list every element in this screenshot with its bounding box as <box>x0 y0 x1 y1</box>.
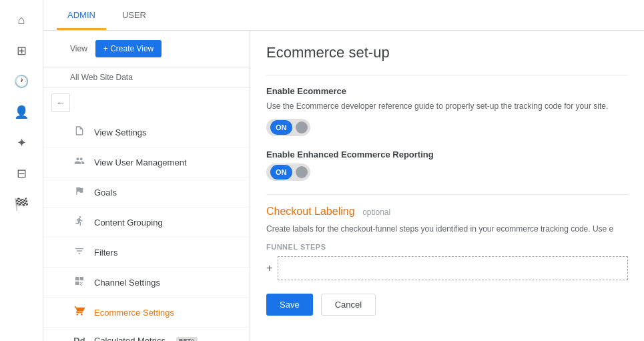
checkout-labeling-section: Checkout Labeling optional Create labels… <box>266 206 628 280</box>
calculated-metrics-label: Calculated Metrics <box>94 336 166 341</box>
view-user-management-label: View User Management <box>94 157 187 167</box>
left-nav-audience[interactable]: 👤 <box>0 98 43 126</box>
toggle-on-label: ON <box>270 120 292 135</box>
enable-enhanced-section: Enable Enhanced Ecommerce Reporting ON <box>266 149 628 181</box>
enhanced-toggle-circle <box>296 166 308 178</box>
sidebar-item-channel-settings[interactable]: Channel Settings <box>43 268 250 298</box>
sidebar-header: View + Create View <box>43 31 250 67</box>
main-area: ADMIN USER View + Create View All Web Si… <box>43 0 644 341</box>
create-view-button[interactable]: + Create View <box>95 40 162 57</box>
sidebar: View + Create View All Web Site Data ← V… <box>43 31 250 341</box>
content-grouping-label: Content Grouping <box>94 218 163 228</box>
left-nav-home[interactable]: ⌂ <box>0 7 43 34</box>
view-settings-label: View Settings <box>94 127 147 137</box>
funnel-step-input[interactable] <box>278 256 628 280</box>
grid-icon: ⊞ <box>17 43 27 58</box>
sidebar-item-goals[interactable]: Goals <box>43 178 250 208</box>
toggle-circle <box>296 121 308 133</box>
person-icon: 👤 <box>14 105 29 119</box>
panel-title: Ecommerce set-up <box>266 44 628 61</box>
sidebar-item-view-user-management[interactable]: View User Management <box>43 147 250 178</box>
channel-settings-icon <box>73 276 86 289</box>
sidebar-item-filters[interactable]: Filters <box>43 238 250 268</box>
users-icon <box>73 155 86 169</box>
document-icon <box>73 125 86 139</box>
goals-flag-icon <box>73 186 86 199</box>
content-area: View + Create View All Web Site Data ← V… <box>43 31 644 341</box>
left-nav-realtime[interactable]: 🕐 <box>0 67 43 95</box>
enable-ecommerce-toggle-container: ON <box>266 119 628 136</box>
tab-user[interactable]: USER <box>111 2 157 30</box>
enable-enhanced-label: Enable Enhanced Ecommerce Reporting <box>266 149 628 159</box>
beta-badge: BETA <box>176 337 198 342</box>
checkout-title: Checkout Labeling <box>266 206 355 217</box>
sidebar-item-view-settings[interactable]: View Settings <box>43 117 250 147</box>
left-nav-reports[interactable]: ⊞ <box>0 37 43 65</box>
enable-ecommerce-desc: Use the Ecommerce developer reference gu… <box>266 100 628 112</box>
tab-admin[interactable]: ADMIN <box>57 2 106 30</box>
acquisition-icon: ✦ <box>17 135 27 150</box>
goals-label: Goals <box>94 188 117 198</box>
action-buttons: Save Cancel <box>266 294 628 316</box>
enhanced-toggle-on-label: ON <box>270 165 292 180</box>
content-grouping-icon <box>73 216 86 229</box>
funnel-steps-label: FUNNEL STEPS <box>266 243 628 251</box>
right-panel: Ecommerce set-up Enable Ecommerce Use th… <box>250 31 644 341</box>
sidebar-item-ecommerce-settings[interactable]: Ecommerce Settings <box>43 298 250 328</box>
left-nav: ⌂ ⊞ 🕐 👤 ✦ ⊟ 🏁 <box>0 0 43 341</box>
left-nav-conversions[interactable]: 🏁 <box>0 190 43 218</box>
funnel-plus-icon: + <box>266 262 272 274</box>
left-nav-acquisition[interactable]: ✦ <box>0 129 43 157</box>
back-btn-container: ← <box>43 88 250 117</box>
sidebar-item-content-grouping[interactable]: Content Grouping <box>43 208 250 238</box>
channel-settings-label: Channel Settings <box>94 278 160 288</box>
checkout-desc: Create labels for the checkout-funnel st… <box>266 223 628 235</box>
cancel-button[interactable]: Cancel <box>321 294 376 316</box>
back-button[interactable]: ← <box>51 93 70 112</box>
funnel-input-row: + <box>266 256 628 280</box>
behavior-icon: ⊟ <box>17 166 27 181</box>
enable-ecommerce-label: Enable Ecommerce <box>266 86 628 96</box>
sidebar-subtitle: All Web Site Data <box>43 67 250 88</box>
enable-ecommerce-toggle[interactable]: ON <box>266 119 310 136</box>
view-label: View <box>70 44 87 53</box>
save-button[interactable]: Save <box>266 294 313 316</box>
checkout-optional: optional <box>362 208 390 217</box>
flag-icon: 🏁 <box>14 197 29 212</box>
enable-enhanced-toggle[interactable]: ON <box>266 163 310 181</box>
ecommerce-icon <box>73 306 86 319</box>
divider-1 <box>266 75 628 75</box>
filters-icon <box>73 246 86 259</box>
left-nav-behavior[interactable]: ⊟ <box>0 159 43 188</box>
ecommerce-settings-label: Ecommerce Settings <box>94 308 174 318</box>
sidebar-item-calculated-metrics[interactable]: Dd Calculated Metrics BETA <box>43 328 250 341</box>
tab-bar: ADMIN USER <box>43 0 644 31</box>
enable-enhanced-toggle-container: ON <box>266 163 628 181</box>
filters-label: Filters <box>94 248 117 258</box>
calculated-metrics-icon: Dd <box>73 336 86 341</box>
enable-ecommerce-section: Enable Ecommerce Use the Ecommerce devel… <box>266 86 628 136</box>
divider-2 <box>266 194 628 195</box>
back-arrow-icon: ← <box>56 97 65 108</box>
clock-icon: 🕐 <box>14 74 29 89</box>
home-icon: ⌂ <box>18 13 25 27</box>
